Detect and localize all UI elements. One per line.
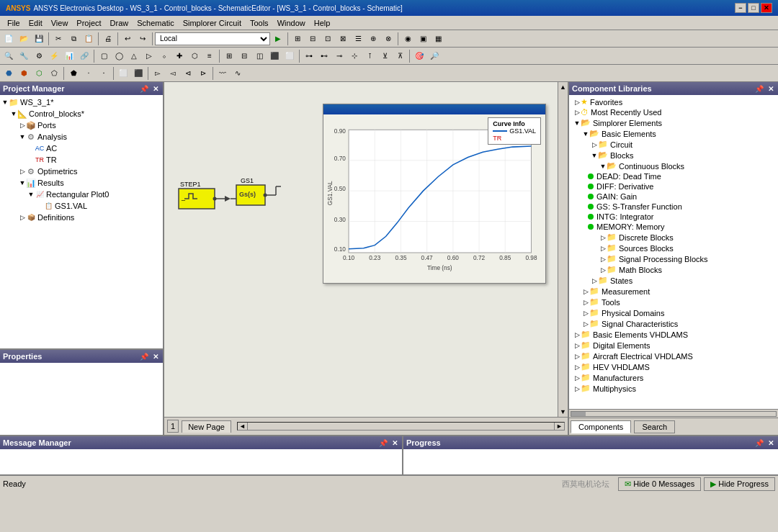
tb2-b17[interactable]: ◫ <box>252 49 267 63</box>
props-pin-button[interactable]: 📌 <box>138 353 150 361</box>
tree-item-gs1-val[interactable]: 📋 GS1.VAL <box>1 200 161 212</box>
menu-draw[interactable]: Draw <box>106 16 133 30</box>
tb2-b23[interactable]: ⊹ <box>347 49 362 63</box>
tb3-b15[interactable]: ∿ <box>231 66 245 81</box>
tb3-b8[interactable]: ⬜ <box>116 66 130 81</box>
expand-continuous[interactable]: ▼ <box>599 163 607 170</box>
comp-hev-vhdl[interactable]: ▷ 📁 HEV VHDLAMS <box>571 361 777 372</box>
tb2-b15[interactable]: ⊞ <box>222 49 236 63</box>
tb-save[interactable]: 💾 <box>32 32 46 46</box>
prog-close-btn[interactable]: ✕ <box>766 439 775 447</box>
tb2-b20[interactable]: ⊶ <box>302 49 316 63</box>
tree-item-results[interactable]: ▼ 📊 Results <box>1 177 161 189</box>
tb2-b8[interactable]: ◯ <box>112 49 126 63</box>
comp-basic-elements[interactable]: ▼ 📂 Basic Elements <box>571 128 777 139</box>
comp-physical-domains[interactable]: ▷ 📁 Physical Domains <box>571 307 777 318</box>
expand-aircraft[interactable]: ▷ <box>573 353 581 360</box>
tb2-b25[interactable]: ⊻ <box>377 49 392 63</box>
expand-tools[interactable]: ▷ <box>582 299 589 306</box>
tree-item-analysis[interactable]: ▼ ⚙ Analysis <box>1 131 161 143</box>
expand-blocks[interactable]: ▼ <box>591 152 598 159</box>
tb-b5[interactable]: ☰ <box>351 32 365 46</box>
scroll-right-btn[interactable]: ► <box>554 423 564 430</box>
comp-blocks[interactable]: ▼ 📂 Blocks <box>571 150 777 161</box>
expand-control-blocks[interactable]: ▼ <box>10 110 17 117</box>
msg-close-btn[interactable]: ✕ <box>390 439 399 447</box>
expand-analysis[interactable]: ▼ <box>19 133 26 140</box>
tb2-b9[interactable]: △ <box>127 49 141 63</box>
expand-ws31[interactable]: ▼ <box>1 99 9 106</box>
tb2-b22[interactable]: ⊸ <box>332 49 346 63</box>
comp-sources-blocks[interactable]: ▷ 📁 Sources Blocks <box>571 243 777 253</box>
maximize-button[interactable]: □ <box>748 3 759 13</box>
tree-item-rect-plot[interactable]: ▼ 📈 Rectangular Plot0 <box>1 189 161 200</box>
v-scrollbar[interactable]: ▲ ▼ <box>558 82 568 417</box>
tb2-b12[interactable]: ✚ <box>172 49 187 63</box>
close-button[interactable]: ✕ <box>761 3 772 13</box>
tb-b4[interactable]: ⊠ <box>336 32 350 46</box>
expand-hev[interactable]: ▷ <box>573 364 581 371</box>
tb2-b21[interactable]: ⊷ <box>317 49 331 63</box>
comp-favorites[interactable]: ▷ ★ Favorites <box>571 96 777 107</box>
expand-measurement[interactable]: ▷ <box>582 288 589 295</box>
scroll-down-btn[interactable]: ▼ <box>560 408 566 415</box>
comp-signal-chars[interactable]: ▷ 📁 Signal Characteristics <box>571 318 777 329</box>
expand-mfr[interactable]: ▷ <box>573 374 581 382</box>
tb-run[interactable]: ▶ <box>271 32 285 46</box>
tb-paste[interactable]: 📋 <box>81 32 96 46</box>
comp-digital[interactable]: ▷ 📁 Digital Elements <box>571 340 777 351</box>
comp-manufacturers[interactable]: ▷ 📁 Manufacturers <box>571 372 777 383</box>
expand-optimetrics[interactable]: ▷ <box>19 168 26 175</box>
expand-simplorer[interactable]: ▼ <box>573 120 581 127</box>
comp-gain[interactable]: GAIN: Gain <box>571 191 777 202</box>
tb-cut[interactable]: ✂ <box>51 32 66 46</box>
comp-circuit[interactable]: ▷ 📁 Circuit <box>571 139 777 150</box>
comp-diff[interactable]: DIFF: Derivative <box>571 181 777 191</box>
tab-search[interactable]: Search <box>634 420 675 433</box>
tb-print[interactable]: 🖨 <box>101 32 115 46</box>
scroll-left-btn[interactable]: ◄ <box>238 423 248 430</box>
comp-simplorer-elements[interactable]: ▼ 📂 Simplorer Elements <box>571 117 777 128</box>
tb-b3[interactable]: ⊡ <box>321 32 335 46</box>
tb2-b6[interactable]: 🔗 <box>77 49 91 63</box>
comp-continuous-blocks[interactable]: ▼ 📂 Continuous Blocks <box>571 161 777 171</box>
scroll-up-btn[interactable]: ▲ <box>560 84 566 91</box>
tb2-b28[interactable]: 🔎 <box>427 49 442 63</box>
tb3-b12[interactable]: ⊲ <box>181 66 195 81</box>
tree-item-ac[interactable]: AC AC <box>1 143 161 154</box>
comp-math-blocks[interactable]: ▷ 📁 Math Blocks <box>571 264 777 275</box>
comp-multiphysics[interactable]: ▷ 📁 Multiphysics <box>571 383 777 394</box>
expand-digital[interactable]: ▷ <box>573 342 581 349</box>
comp-gs[interactable]: GS: S-Transfer Function <box>571 202 777 212</box>
comp-intg[interactable]: INTG: Integrator <box>571 212 777 222</box>
expand-physical[interactable]: ▷ <box>582 310 589 317</box>
expand-ac[interactable] <box>27 145 35 152</box>
hide-progress-btn[interactable]: ▶ Hide Progress <box>704 477 775 491</box>
tb3-b9[interactable]: ⬛ <box>131 66 146 81</box>
expand-discrete[interactable]: ▷ <box>599 234 607 241</box>
tree-item-control-blocks[interactable]: ▼ 📐 Control_blocks* <box>1 108 161 120</box>
tb2-b11[interactable]: ⬦ <box>157 49 171 63</box>
tree-item-ports[interactable]: ▷ 📦 Ports <box>1 120 161 131</box>
tb3-b6[interactable]: ⬞ <box>81 66 96 81</box>
tree-item-optimetrics[interactable]: ▷ ⚙ Optimetrics <box>1 166 161 177</box>
tb3-b10[interactable]: ▻ <box>151 66 165 81</box>
tb3-b13[interactable]: ⊳ <box>196 66 210 81</box>
comp-signal-proc[interactable]: ▷ 📁 Signal Processing Blocks <box>571 253 777 264</box>
expand-gs1-val[interactable] <box>36 202 43 209</box>
tb-undo[interactable]: ↩ <box>120 32 135 46</box>
prog-pin-btn[interactable]: 📌 <box>754 439 765 447</box>
comp-lib-pin-btn[interactable]: 📌 <box>754 85 765 93</box>
tb3-b2[interactable]: ⬢ <box>17 66 31 81</box>
h-scrollbar[interactable]: ◄ ► <box>237 422 565 430</box>
hide-messages-btn[interactable]: ✉ Hide 0 Messages <box>618 477 701 491</box>
expand-sources[interactable]: ▷ <box>599 245 607 252</box>
expand-states[interactable]: ▷ <box>591 277 598 284</box>
tb2-b2[interactable]: 🔧 <box>17 49 31 63</box>
tb2-b5[interactable]: 📊 <box>62 49 76 63</box>
expand-basic[interactable]: ▼ <box>582 130 589 137</box>
tb-b7[interactable]: ⊗ <box>381 32 395 46</box>
menu-help[interactable]: Help <box>310 16 335 30</box>
expand-recent[interactable]: ▷ <box>573 109 581 116</box>
expand-circuit[interactable]: ▷ <box>591 141 598 148</box>
